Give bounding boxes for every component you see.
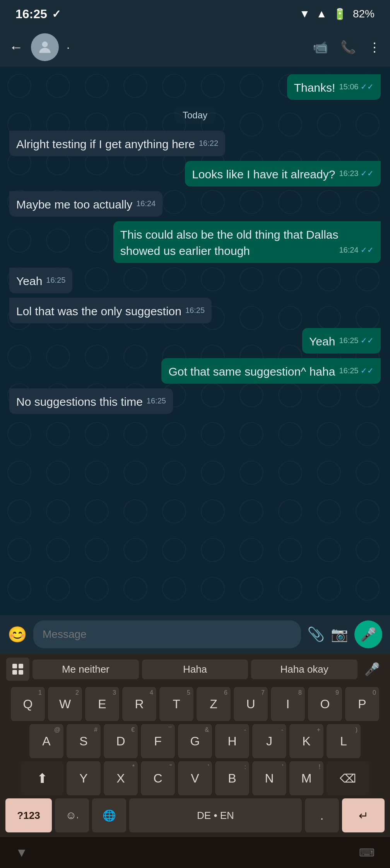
message-text: Alright testing if I get anything here xyxy=(16,138,195,150)
contact-name: · xyxy=(67,41,305,54)
camera-button[interactable]: 📷 xyxy=(331,626,348,642)
key-X[interactable]: *X xyxy=(104,761,138,795)
key-E[interactable]: 3E xyxy=(85,687,119,721)
key-M[interactable]: !M xyxy=(289,761,323,795)
message-dallas: This could also be the old thing that Da… xyxy=(113,221,381,263)
svg-point-0 xyxy=(42,41,48,47)
message-yeah-incoming: Yeah 16:25 xyxy=(9,268,72,293)
message-same-suggestion: Got that same suggestion^ haha 16:25 ✓✓ xyxy=(161,358,381,384)
battery-icon: 🔋 xyxy=(333,8,347,21)
key-H[interactable]: -H xyxy=(215,724,249,758)
suggestion-haha-okay[interactable]: Haha okay xyxy=(251,660,358,679)
key-V[interactable]: 'V xyxy=(178,761,212,795)
status-time-container: 16:25 ✓ xyxy=(15,7,61,21)
key-F[interactable]: ¯F xyxy=(141,724,175,758)
message-text: Thanks! xyxy=(294,81,335,94)
read-tick: ✓✓ xyxy=(361,169,374,178)
svg-rect-1 xyxy=(12,664,17,668)
globe-button[interactable]: 🌐 xyxy=(92,798,126,832)
status-bar: 16:25 ✓ ▼ ▲ 🔋 82% xyxy=(0,0,390,28)
key-C[interactable]: "C xyxy=(141,761,175,795)
enter-button[interactable]: ↵ xyxy=(342,798,385,832)
key-I[interactable]: 8I xyxy=(271,687,305,721)
key-P[interactable]: 0P xyxy=(345,687,379,721)
message-maybe-me: Maybe me too actually 16:24 xyxy=(9,191,162,217)
svg-rect-2 xyxy=(19,664,23,668)
backspace-button[interactable]: ⌫ xyxy=(327,761,369,795)
keyboard-row-3: ⬆ Y *X "C 'V :B 'N !M ⌫ xyxy=(4,761,386,795)
message-lol: Lol that was the only suggestion 16:25 xyxy=(9,298,212,323)
sync-icon: ✓ xyxy=(52,8,61,21)
keyboard-grid-button[interactable] xyxy=(6,658,29,681)
key-U[interactable]: 7U xyxy=(234,687,268,721)
read-tick: ✓✓ xyxy=(361,82,374,91)
wifi-icon: ▼ xyxy=(299,8,310,20)
key-B[interactable]: :B xyxy=(215,761,249,795)
key-T[interactable]: 5T xyxy=(159,687,193,721)
svg-rect-3 xyxy=(12,670,17,675)
suggestion-me-neither[interactable]: Me neither xyxy=(32,660,139,679)
numbers-button[interactable]: ?123 xyxy=(5,798,52,832)
message-testing: Alright testing if I get anything here 1… xyxy=(9,131,225,156)
battery-level: 82% xyxy=(353,8,375,20)
message-text: No suggestions this time xyxy=(16,395,143,408)
key-L[interactable]: )L xyxy=(327,724,361,758)
read-tick: ✓✓ xyxy=(361,366,374,375)
keyboard-suggestions: Me neither Haha Haha okay 🎤 xyxy=(0,654,390,685)
key-Q[interactable]: 1Q xyxy=(11,687,45,721)
key-K[interactable]: +K xyxy=(289,724,323,758)
message-text: Looks like I have it already? xyxy=(192,168,335,181)
key-Z[interactable]: 6Z xyxy=(197,687,231,721)
attach-button[interactable]: 📎 xyxy=(307,626,325,642)
keyboard-bottom-row: ?123 ☺, 🌐 DE • EN . ↵ xyxy=(4,798,386,836)
key-O[interactable]: 9O xyxy=(308,687,342,721)
mic-button[interactable]: 🎤 xyxy=(354,620,382,648)
nav-down-button[interactable]: ▼ xyxy=(15,846,28,860)
suggestion-haha[interactable]: Haha xyxy=(142,660,248,679)
voice-call-button[interactable]: 📞 xyxy=(340,40,356,55)
key-S[interactable]: #S xyxy=(67,724,101,758)
message-text: Yeah xyxy=(16,275,42,287)
read-tick: ✓✓ xyxy=(361,336,374,345)
key-G[interactable]: &G xyxy=(178,724,212,758)
read-tick: ✓✓ xyxy=(361,246,374,254)
shift-button[interactable]: ⬆ xyxy=(21,761,63,795)
message-yeah-outgoing: Yeah 16:25 ✓✓ xyxy=(302,328,381,354)
back-button[interactable]: ← xyxy=(9,39,23,55)
key-N[interactable]: 'N xyxy=(252,761,286,795)
period-button[interactable]: . xyxy=(305,798,339,832)
message-looks-like: Looks like I have it already? 16:23 ✓✓ xyxy=(185,161,381,186)
message-text: Got that same suggestion^ haha xyxy=(168,365,335,378)
avatar xyxy=(31,33,59,61)
header-actions: 📹 📞 ⋮ xyxy=(313,40,381,55)
chat-area: Thanks! 15:06 ✓✓ Today Alright testing i… xyxy=(0,67,390,615)
nav-keyboard-button[interactable]: ⌨ xyxy=(359,846,375,859)
message-thanks: Thanks! 15:06 ✓✓ xyxy=(287,74,381,100)
message-text: Maybe me too actually xyxy=(16,198,132,211)
nav-bar: ▼ ⌨ xyxy=(0,837,390,868)
key-J[interactable]: -J xyxy=(252,724,286,758)
status-icons: ▼ ▲ 🔋 82% xyxy=(299,8,375,21)
message-no-suggestions: No suggestions this time 16:25 xyxy=(9,388,173,414)
space-button[interactable]: DE • EN xyxy=(129,798,302,832)
video-call-button[interactable]: 📹 xyxy=(313,40,328,55)
message-text: This could also be the old thing that Da… xyxy=(120,228,339,257)
key-R[interactable]: 4R xyxy=(122,687,156,721)
message-text: Lol that was the only suggestion xyxy=(16,305,181,318)
keyboard-row-1: 1Q 2W 3E 4R 5T 6Z 7U 8I 9O 0P xyxy=(4,687,386,721)
keyboard: 1Q 2W 3E 4R 5T 6Z 7U 8I 9O 0P @A #S €D ¯… xyxy=(0,685,390,837)
more-options-button[interactable]: ⋮ xyxy=(368,40,381,55)
key-A[interactable]: @A xyxy=(29,724,63,758)
emoji-button[interactable]: 😊 xyxy=(8,625,27,644)
key-D[interactable]: €D xyxy=(104,724,138,758)
message-text: Yeah xyxy=(309,335,335,348)
keyboard-row-2: @A #S €D ¯F &G -H -J +K )L xyxy=(4,724,386,758)
message-input[interactable] xyxy=(33,620,301,648)
svg-rect-4 xyxy=(19,670,23,675)
key-Y[interactable]: Y xyxy=(67,761,101,795)
key-W[interactable]: 2W xyxy=(48,687,82,721)
keyboard-mic-button[interactable]: 🎤 xyxy=(361,658,384,681)
avatar-icon xyxy=(36,39,53,56)
emoji-keyboard-button[interactable]: ☺, xyxy=(55,798,89,832)
input-bar: 😊 📎 📷 🎤 xyxy=(0,615,390,654)
